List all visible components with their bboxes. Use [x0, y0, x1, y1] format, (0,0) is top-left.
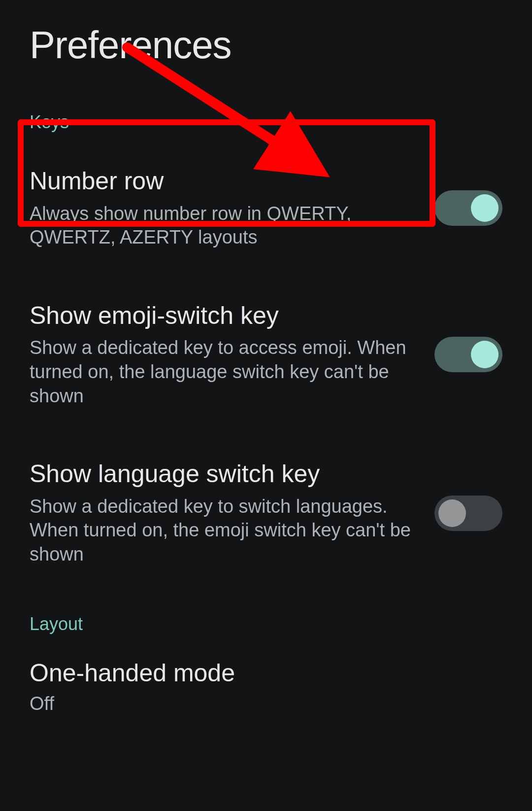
preferences-screen: Preferences Keys Number row Always show …: [0, 0, 532, 811]
setting-title-emoji-switch: Show emoji-switch key: [30, 302, 415, 330]
section-header-keys: Keys: [30, 112, 502, 133]
setting-desc-language-switch: Show a dedicated key to switch languages…: [30, 494, 415, 566]
page-title: Preferences: [30, 23, 502, 68]
setting-number-row[interactable]: Number row Always show number row in QWE…: [30, 147, 502, 274]
toggle-knob: [471, 194, 499, 222]
section-header-layout: Layout: [30, 614, 502, 635]
setting-title-number-row: Number row: [30, 167, 415, 196]
setting-value-one-handed: Off: [30, 693, 502, 714]
toggle-language-switch[interactable]: [434, 495, 502, 531]
setting-text-number-row: Number row Always show number row in QWE…: [30, 167, 415, 249]
setting-title-one-handed: One-handed mode: [30, 659, 502, 688]
setting-language-switch[interactable]: Show language switch key Show a dedicate…: [30, 432, 502, 591]
setting-emoji-switch[interactable]: Show emoji-switch key Show a dedicated k…: [30, 274, 502, 432]
setting-title-language-switch: Show language switch key: [30, 460, 415, 489]
toggle-knob: [471, 341, 499, 368]
setting-text-language-switch: Show language switch key Show a dedicate…: [30, 460, 415, 566]
setting-desc-emoji-switch: Show a dedicated key to access emoji. Wh…: [30, 336, 415, 408]
toggle-emoji-switch[interactable]: [434, 337, 502, 372]
toggle-number-row[interactable]: [434, 190, 502, 226]
toggle-knob: [438, 499, 466, 527]
setting-desc-number-row: Always show number row in QWERTY, QWERTZ…: [30, 202, 415, 249]
setting-one-handed[interactable]: One-handed mode Off: [30, 646, 502, 735]
setting-text-one-handed: One-handed mode Off: [30, 659, 502, 715]
setting-text-emoji-switch: Show emoji-switch key Show a dedicated k…: [30, 302, 415, 408]
